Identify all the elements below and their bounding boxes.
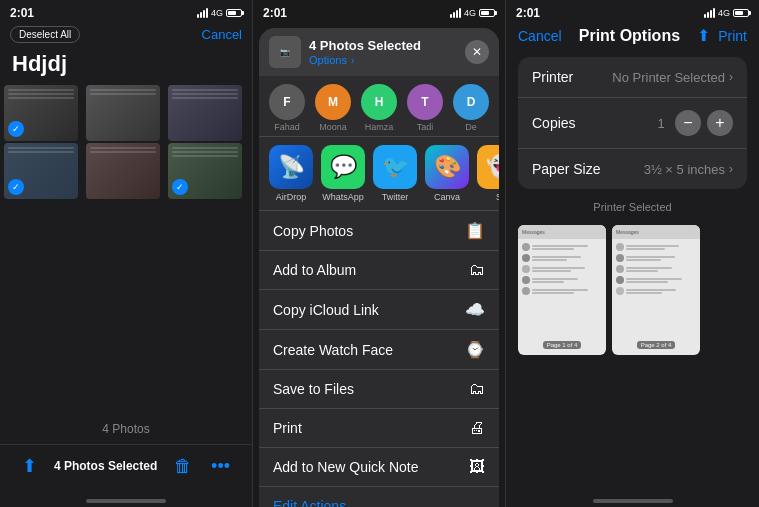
signal-icon-3	[704, 8, 715, 18]
edit-actions[interactable]: Edit Actions...	[259, 486, 499, 507]
app-item-twitter[interactable]: 🐦 Twitter	[373, 145, 417, 202]
preview-header-2: Messages	[612, 225, 700, 239]
menu-item-create-watch[interactable]: Create Watch Face ⌚	[259, 329, 499, 369]
contact-item[interactable]: H Hamza	[361, 84, 397, 132]
no-printer-text: No Printer Selected	[612, 70, 725, 85]
panel1-topbar: Deselect All Cancel	[0, 24, 252, 49]
menu-label: Create Watch Face	[273, 342, 393, 358]
contact-name: Tadi	[417, 122, 434, 132]
page-1-badge: Page 1 of 4	[543, 341, 582, 349]
twitter-icon: 🐦	[373, 145, 417, 189]
status-time-1: 2:01	[10, 6, 34, 20]
menu-item-copy-icloud[interactable]: Copy iCloud Link ☁️	[259, 289, 499, 329]
app-label: Canva	[434, 192, 460, 202]
selected-label: 4 Photos Selected	[54, 459, 157, 473]
menu-item-print[interactable]: Print 🖨	[259, 408, 499, 447]
status-time-3: 2:01	[516, 6, 540, 20]
contact-name: De	[465, 122, 477, 132]
contact-avatar: T	[407, 84, 443, 120]
share-header: 📷 4 Photos Selected Options › ✕	[259, 28, 499, 76]
photo-thumb[interactable]	[86, 143, 160, 199]
photos-count-label: 4 Photos	[0, 414, 252, 444]
contact-item[interactable]: D De	[453, 84, 489, 132]
app-label: S	[496, 192, 499, 202]
options-label[interactable]: Options	[309, 54, 347, 66]
printer-selected-note: Printer Selected	[506, 197, 759, 217]
menu-item-add-album[interactable]: Add to Album 🗂	[259, 250, 499, 289]
share-button[interactable]: ⬆	[20, 453, 39, 479]
page-2-badge: Page 2 of 4	[637, 341, 676, 349]
share-thumb-preview: 📷	[269, 36, 301, 68]
menu-label: Copy iCloud Link	[273, 302, 379, 318]
photo-thumb[interactable]: ✓	[168, 143, 242, 199]
watch-face-icon: ⌚	[465, 340, 485, 359]
menu-item-copy-photos[interactable]: Copy Photos 📋	[259, 211, 499, 250]
print-button[interactable]: Print	[718, 28, 747, 44]
app-item-snap[interactable]: 👻 S	[477, 145, 499, 202]
deselect-all-button[interactable]: Deselect All	[10, 26, 80, 43]
contact-name: Hamza	[365, 122, 394, 132]
share-count-label: 4 Photos Selected	[309, 38, 421, 53]
contact-item[interactable]: M Moona	[315, 84, 351, 132]
copies-decrease-button[interactable]: −	[675, 110, 701, 136]
photo-check-icon: ✓	[172, 179, 188, 195]
options-chevron-icon: ›	[351, 55, 354, 66]
menu-label: Add to New Quick Note	[273, 459, 419, 475]
page-1-label-overlay: Page 1 of 4	[518, 333, 606, 351]
menu-label: Add to Album	[273, 262, 356, 278]
photo-thumb[interactable]: ✓	[4, 85, 78, 141]
menu-label: Copy Photos	[273, 223, 353, 239]
preview-section: Messages	[506, 217, 759, 363]
canva-icon: 🎨	[425, 145, 469, 189]
share-sheet: 📷 4 Photos Selected Options › ✕ F Fahad	[259, 28, 499, 507]
whatsapp-icon: 💬	[321, 145, 365, 189]
copies-increase-button[interactable]: +	[707, 110, 733, 136]
preview-page-2[interactable]: Messages	[612, 225, 700, 355]
paper-size-option-row[interactable]: Paper Size 3½ × 5 inches ›	[518, 148, 747, 189]
cancel-button-3[interactable]: Cancel	[518, 28, 562, 44]
statusbar-panel1: 2:01 4G	[0, 0, 252, 24]
copies-controls: 1 − +	[653, 110, 733, 136]
cancel-button-1[interactable]: Cancel	[202, 27, 242, 42]
contacts-row: F Fahad M Moona H Hamza T Tadi D De	[259, 76, 499, 136]
copy-icloud-icon: ☁️	[465, 300, 485, 319]
panel-photos: 2:01 4G Deselect All Cancel Hdjdj	[0, 0, 253, 507]
preview-page-1[interactable]: Messages	[518, 225, 606, 355]
trash-button[interactable]: 🗑	[172, 454, 194, 479]
statusbar-panel2: 2:01 4G	[253, 0, 505, 24]
print-options-title: Print Options	[579, 27, 680, 45]
photo-thumb[interactable]: ✓	[4, 143, 78, 199]
panel3-topbar: Cancel Print Options ⬆ Print	[506, 24, 759, 53]
home-indicator-3	[593, 499, 673, 503]
app-label: AirDrop	[276, 192, 307, 202]
copies-count: 1	[653, 116, 669, 131]
app-item-canva[interactable]: 🎨 Canva	[425, 145, 469, 202]
menu-item-quick-note[interactable]: Add to New Quick Note 🖼	[259, 447, 499, 486]
statusbar-panel3: 2:01 4G	[506, 0, 759, 24]
paper-size-label: Paper Size	[532, 161, 600, 177]
contact-avatar: D	[453, 84, 489, 120]
contact-item[interactable]: F Fahad	[269, 84, 305, 132]
app-item-airdrop[interactable]: 📡 AirDrop	[269, 145, 313, 202]
photo-grid: ✓ ✓ ✓	[0, 85, 252, 199]
paper-size-text: 3½ × 5 inches	[644, 162, 725, 177]
share-close-button[interactable]: ✕	[465, 40, 489, 64]
photo-thumb[interactable]	[86, 85, 160, 141]
print-icon: 🖨	[469, 419, 485, 437]
paper-size-value: 3½ × 5 inches ›	[644, 162, 733, 177]
share-icon-button[interactable]: ⬆	[697, 26, 710, 45]
app-item-whatsapp[interactable]: 💬 WhatsApp	[321, 145, 365, 202]
photo-thumb[interactable]	[168, 85, 242, 141]
contact-avatar: H	[361, 84, 397, 120]
edit-actions-label[interactable]: Edit Actions...	[273, 498, 358, 507]
copy-photos-icon: 📋	[465, 221, 485, 240]
app-label: WhatsApp	[322, 192, 364, 202]
copies-label: Copies	[532, 115, 576, 131]
menu-item-save-files[interactable]: Save to Files 🗂	[259, 369, 499, 408]
airdrop-icon: 📡	[269, 145, 313, 189]
panel-print-options: 2:01 4G Cancel Print Options ⬆ Print Pri…	[506, 0, 759, 507]
more-button[interactable]: •••	[209, 454, 232, 479]
album-title: Hdjdj	[0, 49, 252, 85]
contact-item[interactable]: T Tadi	[407, 84, 443, 132]
printer-option-row[interactable]: Printer No Printer Selected ›	[518, 57, 747, 97]
